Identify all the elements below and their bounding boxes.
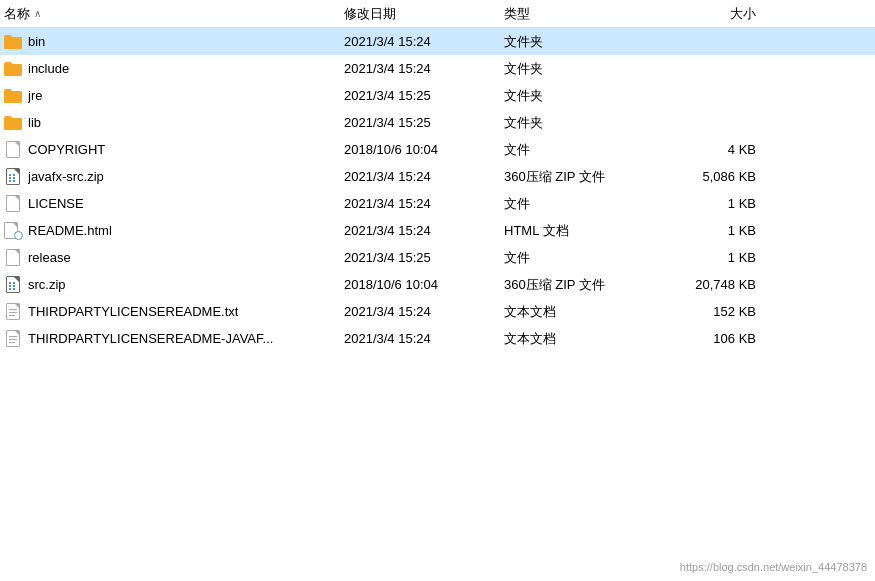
file-size: 1 KB — [664, 250, 764, 265]
file-name-cell: LICENSE — [4, 195, 344, 213]
file-name-cell: bin — [4, 33, 344, 51]
file-date: 2021/3/4 15:24 — [344, 223, 504, 238]
file-name-cell: THIRDPARTYLICENSEREADME.txt — [4, 303, 344, 321]
file-name: COPYRIGHT — [28, 142, 105, 157]
file-type: 360压缩 ZIP 文件 — [504, 276, 664, 294]
file-name: LICENSE — [28, 196, 84, 211]
file-date: 2021/3/4 15:25 — [344, 88, 504, 103]
file-name: include — [28, 61, 69, 76]
txt-icon — [4, 303, 22, 321]
zip-icon — [4, 168, 22, 186]
table-row[interactable]: jre 2021/3/4 15:25 文件夹 — [0, 82, 875, 109]
file-date: 2021/3/4 15:24 — [344, 304, 504, 319]
col-header-date[interactable]: 修改日期 — [344, 5, 504, 23]
file-name: javafx-src.zip — [28, 169, 104, 184]
file-name-cell: README.html — [4, 222, 344, 240]
file-name-cell: lib — [4, 114, 344, 132]
file-size: 4 KB — [664, 142, 764, 157]
table-row[interactable]: THIRDPARTYLICENSEREADME-JAVAF... 2021/3/… — [0, 325, 875, 352]
file-icon — [4, 249, 22, 267]
file-type: 文件 — [504, 249, 664, 267]
file-size: 1 KB — [664, 223, 764, 238]
file-name-cell: COPYRIGHT — [4, 141, 344, 159]
file-explorer: 名称 ∧ 修改日期 类型 大小 bin 2021/3/4 15:24 文件夹 i… — [0, 0, 875, 581]
file-type: 文件 — [504, 195, 664, 213]
file-name-cell: include — [4, 60, 344, 78]
html-icon — [4, 222, 22, 240]
table-row[interactable]: COPYRIGHT 2018/10/6 10:04 文件 4 KB — [0, 136, 875, 163]
folder-icon — [4, 60, 22, 78]
table-row[interactable]: README.html 2021/3/4 15:24 HTML 文档 1 KB — [0, 217, 875, 244]
file-name: bin — [28, 34, 45, 49]
file-name-cell: THIRDPARTYLICENSEREADME-JAVAF... — [4, 330, 344, 348]
file-date: 2021/3/4 15:24 — [344, 61, 504, 76]
file-date: 2021/3/4 15:24 — [344, 34, 504, 49]
file-type: 文件夹 — [504, 33, 664, 51]
file-date: 2021/3/4 15:25 — [344, 250, 504, 265]
table-row[interactable]: bin 2021/3/4 15:24 文件夹 — [0, 28, 875, 55]
file-list: bin 2021/3/4 15:24 文件夹 include 2021/3/4 … — [0, 28, 875, 352]
col-header-size[interactable]: 大小 — [664, 5, 764, 23]
file-name: THIRDPARTYLICENSEREADME-JAVAF... — [28, 331, 273, 346]
file-name: lib — [28, 115, 41, 130]
folder-icon — [4, 33, 22, 51]
file-date: 2021/3/4 15:24 — [344, 169, 504, 184]
file-date: 2021/3/4 15:24 — [344, 196, 504, 211]
table-row[interactable]: include 2021/3/4 15:24 文件夹 — [0, 55, 875, 82]
file-name: jre — [28, 88, 42, 103]
folder-icon — [4, 87, 22, 105]
file-date: 2018/10/6 10:04 — [344, 142, 504, 157]
file-name-cell: jre — [4, 87, 344, 105]
txt-icon — [4, 330, 22, 348]
file-name: release — [28, 250, 71, 265]
file-icon — [4, 141, 22, 159]
file-name-cell: javafx-src.zip — [4, 168, 344, 186]
table-row[interactable]: THIRDPARTYLICENSEREADME.txt 2021/3/4 15:… — [0, 298, 875, 325]
zip-icon — [4, 276, 22, 294]
col-name-label: 名称 — [4, 5, 30, 23]
file-type: 360压缩 ZIP 文件 — [504, 168, 664, 186]
file-type: 文件 — [504, 141, 664, 159]
table-row[interactable]: release 2021/3/4 15:25 文件 1 KB — [0, 244, 875, 271]
folder-icon — [4, 114, 22, 132]
watermark: https://blog.csdn.net/weixin_44478378 — [680, 561, 867, 573]
file-name: README.html — [28, 223, 112, 238]
file-type: 文本文档 — [504, 330, 664, 348]
file-size: 5,086 KB — [664, 169, 764, 184]
table-row[interactable]: src.zip 2018/10/6 10:04 360压缩 ZIP 文件 20,… — [0, 271, 875, 298]
table-row[interactable]: javafx-src.zip 2021/3/4 15:24 360压缩 ZIP … — [0, 163, 875, 190]
file-size: 20,748 KB — [664, 277, 764, 292]
file-type: 文件夹 — [504, 60, 664, 78]
file-date: 2021/3/4 15:24 — [344, 331, 504, 346]
file-size: 1 KB — [664, 196, 764, 211]
file-name: THIRDPARTYLICENSEREADME.txt — [28, 304, 238, 319]
table-row[interactable]: lib 2021/3/4 15:25 文件夹 — [0, 109, 875, 136]
table-header: 名称 ∧ 修改日期 类型 大小 — [0, 0, 875, 28]
file-name: src.zip — [28, 277, 66, 292]
file-type: 文件夹 — [504, 87, 664, 105]
file-name-cell: src.zip — [4, 276, 344, 294]
col-header-name[interactable]: 名称 ∧ — [4, 5, 344, 23]
col-header-type[interactable]: 类型 — [504, 5, 664, 23]
file-type: 文本文档 — [504, 303, 664, 321]
file-type: 文件夹 — [504, 114, 664, 132]
file-date: 2018/10/6 10:04 — [344, 277, 504, 292]
file-size: 152 KB — [664, 304, 764, 319]
file-name-cell: release — [4, 249, 344, 267]
sort-arrow: ∧ — [34, 8, 41, 19]
file-icon — [4, 195, 22, 213]
file-date: 2021/3/4 15:25 — [344, 115, 504, 130]
file-size: 106 KB — [664, 331, 764, 346]
table-row[interactable]: LICENSE 2021/3/4 15:24 文件 1 KB — [0, 190, 875, 217]
file-type: HTML 文档 — [504, 222, 664, 240]
